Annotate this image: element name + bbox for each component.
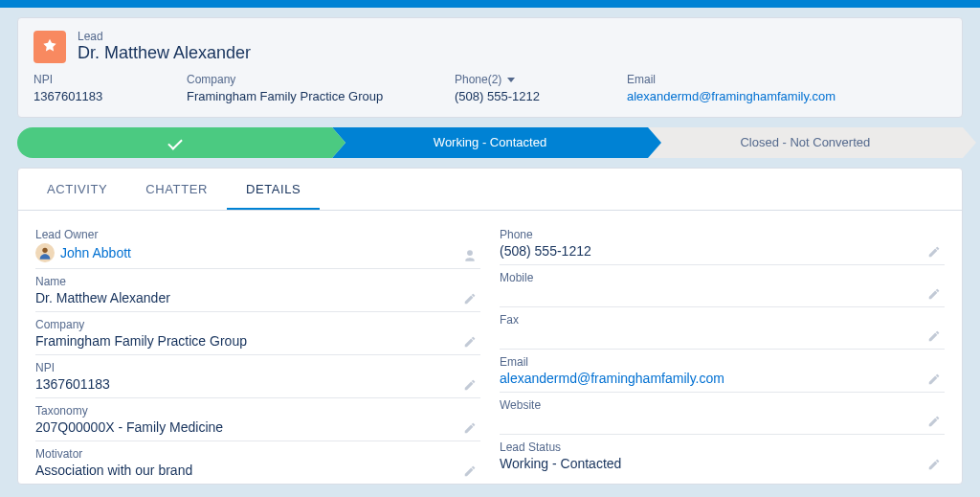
field-phone: Phone (508) 555-1212 xyxy=(500,222,945,265)
edit-pencil-icon[interactable] xyxy=(463,421,477,435)
field-name-label: Name xyxy=(35,275,480,288)
check-icon xyxy=(167,135,183,150)
object-type-label: Lead xyxy=(78,30,251,43)
edit-pencil-icon[interactable] xyxy=(927,329,941,343)
highlight-email-label: Email xyxy=(627,73,866,86)
field-fax: Fax xyxy=(500,307,945,350)
edit-pencil-icon[interactable] xyxy=(927,458,941,471)
field-motivator: Motivator Association with our brand xyxy=(35,441,480,484)
record-body-card: Activity Chatter Details Lead Owner John… xyxy=(17,168,963,485)
highlight-email-link[interactable]: alexandermd@framinghamfamily.com xyxy=(627,89,835,103)
field-name: Name Dr. Matthew Alexander xyxy=(35,269,480,312)
field-lead-status: Lead Status Working - Contacted xyxy=(500,435,945,477)
field-taxonomy: Taxonomy 207Q00000X - Family Medicine xyxy=(35,398,480,441)
record-header-card: Lead Dr. Matthew Alexander NPI 136760118… xyxy=(17,17,963,118)
avatar-icon xyxy=(35,243,55,262)
field-phone-label: Phone xyxy=(500,228,945,241)
edit-pencil-icon[interactable] xyxy=(927,245,941,259)
highlight-phone-label[interactable]: Phone(2) xyxy=(455,73,569,86)
tab-activity[interactable]: Activity xyxy=(28,169,126,210)
field-npi-value: 1367601183 xyxy=(35,376,480,392)
edit-pencil-icon[interactable] xyxy=(463,378,477,392)
highlight-company-label: Company xyxy=(187,73,397,86)
field-email-link[interactable]: alexandermd@framinghamfamily.com xyxy=(500,371,724,386)
edit-pencil-icon[interactable] xyxy=(927,415,941,428)
field-email-label: Email xyxy=(500,355,945,369)
highlight-phone-value: (508) 555-1212 xyxy=(455,89,569,103)
field-website-label: Website xyxy=(500,398,945,412)
field-phone-value: (508) 555-1212 xyxy=(500,243,945,259)
highlight-phone-label-text: Phone(2) xyxy=(455,73,501,86)
field-npi-label: NPI xyxy=(35,361,480,374)
svg-point-0 xyxy=(42,248,47,253)
field-mobile: Mobile xyxy=(500,265,945,307)
field-taxonomy-value: 207Q00000X - Family Medicine xyxy=(35,419,480,435)
field-motivator-label: Motivator xyxy=(35,447,480,461)
field-website: Website xyxy=(500,393,945,435)
edit-pencil-icon[interactable] xyxy=(927,287,941,301)
field-lead-owner-link[interactable]: John Abbott xyxy=(60,245,131,260)
lead-object-icon xyxy=(33,31,66,63)
tab-chatter[interactable]: Chatter xyxy=(126,169,227,210)
tabset: Activity Chatter Details xyxy=(18,169,962,211)
highlights-panel: NPI 1367601183 Company Framingham Family… xyxy=(18,73,962,117)
chevron-down-icon xyxy=(507,78,515,82)
path-step-current-label: Working - Contacted xyxy=(434,135,546,149)
edit-pencil-icon[interactable] xyxy=(927,373,941,386)
path-step-future-label: Closed - Not Converted xyxy=(740,135,870,149)
field-motivator-value: Association with our brand xyxy=(35,463,480,478)
details-left-column: Lead Owner John Abbott Name Dr. Matthew … xyxy=(26,222,490,484)
field-company: Company Framingham Family Practice Group xyxy=(35,312,480,355)
field-lead-status-label: Lead Status xyxy=(500,441,945,454)
field-company-label: Company xyxy=(35,318,480,331)
highlight-npi-label: NPI xyxy=(33,73,129,86)
details-right-column: Phone (508) 555-1212 Mobile Fax Email al… xyxy=(490,222,954,484)
field-company-value: Framingham Family Practice Group xyxy=(35,333,480,349)
edit-pencil-icon[interactable] xyxy=(463,464,477,478)
edit-pencil-icon[interactable] xyxy=(463,292,477,305)
field-lead-status-value: Working - Contacted xyxy=(500,456,945,471)
highlight-company-value: Framingham Family Practice Group xyxy=(187,89,397,103)
highlight-npi-value: 1367601183 xyxy=(33,89,129,103)
path-step-future[interactable]: Closed - Not Converted xyxy=(648,127,963,158)
field-npi: NPI 1367601183 xyxy=(35,355,480,398)
field-name-value: Dr. Matthew Alexander xyxy=(35,290,480,305)
path-step-current[interactable]: Working - Contacted xyxy=(332,127,647,158)
path-component: Working - Contacted Closed - Not Convert… xyxy=(17,127,963,158)
path-step-complete[interactable] xyxy=(17,127,332,158)
field-lead-owner-label: Lead Owner xyxy=(35,228,480,241)
field-email: Email alexandermd@framinghamfamily.com xyxy=(500,350,945,393)
field-mobile-label: Mobile xyxy=(500,271,945,284)
edit-pencil-icon[interactable] xyxy=(463,335,477,349)
field-fax-label: Fax xyxy=(500,313,945,327)
record-name: Dr. Matthew Alexander xyxy=(78,43,251,63)
change-owner-icon[interactable] xyxy=(463,249,477,262)
tab-details[interactable]: Details xyxy=(227,169,320,210)
field-lead-owner: Lead Owner John Abbott xyxy=(35,222,480,269)
top-blue-bar xyxy=(0,0,980,8)
field-taxonomy-label: Taxonomy xyxy=(35,404,480,418)
